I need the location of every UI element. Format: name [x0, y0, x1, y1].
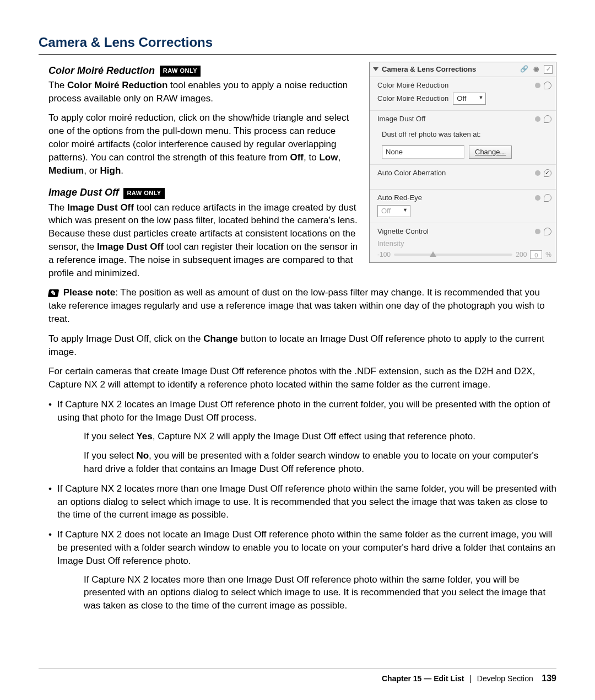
toggle-icon[interactable]	[544, 194, 551, 202]
status-dot-icon	[535, 170, 540, 176]
bullet-1-no: If you select No, you will be presented …	[57, 449, 556, 476]
toggle-icon[interactable]	[544, 82, 551, 89]
status-dot-icon	[535, 229, 540, 234]
bullet-3: If Capture NX 2 does not locate an Image…	[48, 528, 556, 612]
dust-off-ref-input[interactable]: None	[382, 146, 464, 159]
page-footer: Chapter 15 — Edit List | Develop Section…	[39, 669, 556, 685]
moire-select[interactable]: Off	[453, 93, 486, 105]
note-icon: ✎	[48, 289, 59, 297]
color-moire-p1: The Color Moiré Reduction tool enables y…	[48, 79, 358, 105]
certain-cameras: For certain cameras that create Image Du…	[39, 365, 556, 391]
slider-max: 200	[516, 250, 527, 260]
bullet-1-yes: If you select Yes, Capture NX 2 will app…	[57, 430, 556, 443]
redeye-select[interactable]: Off	[377, 205, 410, 217]
page-title: Camera & Lens Corrections	[39, 33, 556, 55]
collapse-triangle-icon[interactable]	[373, 67, 378, 71]
color-moire-heading: Color Moiré Reduction	[48, 64, 155, 78]
section-label: Image Dust Off	[377, 114, 425, 124]
apply-checkbox[interactable]: ✓	[544, 65, 553, 74]
color-moire-p2: To apply color moiré reduction, click on…	[48, 111, 358, 177]
link-icon[interactable]: 🔗	[520, 65, 528, 74]
section-label: Vignette Control	[377, 227, 429, 236]
section-label: Auto Red-Eye	[377, 193, 422, 203]
apply-instruction: To apply Image Dust Off, click on the Ch…	[39, 332, 556, 359]
please-note: ✎ Please note: The position as well as a…	[39, 286, 556, 325]
color-moire-title: Color Moiré Reduction	[48, 65, 155, 76]
image-dust-heading: Image Dust Off	[48, 186, 119, 200]
bullet-3-sub: If Capture NX 2 locates more than one Im…	[57, 573, 556, 612]
intensity-value[interactable]: 0	[530, 250, 542, 259]
dust-off-sublabel: Dust off ref photo was taken at:	[382, 130, 481, 139]
status-dot-icon	[535, 83, 540, 88]
page-number: 139	[542, 674, 556, 683]
slider-min: -100	[377, 250, 391, 260]
intensity-label: Intensity	[377, 239, 551, 249]
image-dust-p1: The Image Dust Off tool can reduce artif…	[48, 201, 358, 280]
status-dot-icon	[535, 116, 540, 122]
change-button[interactable]: Change...	[469, 146, 512, 159]
panel-title: Camera & Lens Corrections	[382, 64, 476, 74]
toggle-icon[interactable]	[544, 228, 551, 235]
toggle-icon[interactable]	[544, 169, 551, 177]
image-dust-title: Image Dust Off	[48, 187, 119, 198]
reset-icon[interactable]: ◉	[532, 65, 540, 74]
intensity-slider[interactable]	[394, 254, 512, 256]
raw-only-badge: RAW ONLY	[123, 188, 164, 198]
bullet-1: If Capture NX 2 locates an Image Dust Of…	[48, 398, 556, 476]
section-label: Color Moiré Reduction	[377, 80, 448, 90]
unit-label: %	[545, 250, 551, 260]
raw-only-badge: RAW ONLY	[160, 66, 201, 76]
corrections-panel: Camera & Lens Corrections 🔗 ◉ ✓ Color Mo…	[369, 62, 556, 263]
section-label: Auto Color Aberration	[377, 168, 446, 178]
toggle-icon[interactable]	[544, 115, 551, 123]
row-label: Color Moiré Reduction	[377, 94, 448, 104]
slider-thumb-icon[interactable]	[430, 251, 436, 257]
status-dot-icon	[535, 195, 540, 201]
bullet-2: If Capture NX 2 locates more than one Im…	[48, 482, 556, 521]
